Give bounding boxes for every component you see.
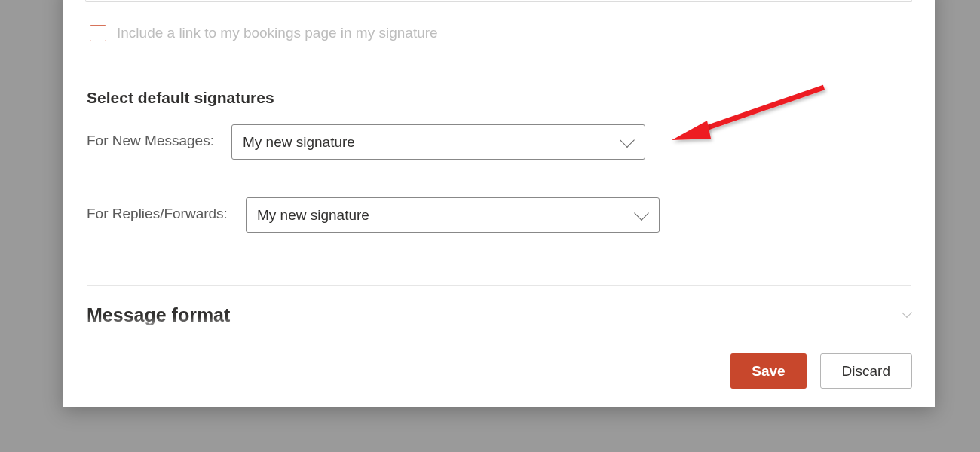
annotation-arrow bbox=[666, 81, 831, 149]
chevron-down-icon bbox=[634, 206, 649, 221]
svg-marker-1 bbox=[672, 121, 711, 140]
bookings-link-checkbox[interactable] bbox=[90, 25, 106, 41]
replies-forwards-row: For Replies/Forwards: bbox=[87, 206, 228, 222]
replies-forwards-value: My new signature bbox=[257, 207, 636, 224]
chevron-down-icon[interactable] bbox=[902, 307, 912, 318]
formatting-toolbar: A A B I U ✎ A ” bbox=[85, 0, 912, 2]
bookings-link-checkbox-row: Include a link to my bookings page in my… bbox=[90, 25, 438, 41]
replies-forwards-dropdown[interactable]: My new signature bbox=[246, 197, 660, 233]
chevron-down-icon bbox=[620, 133, 635, 148]
footer-bar: Save Discard bbox=[63, 335, 935, 407]
new-messages-row: For New Messages: bbox=[87, 133, 214, 149]
bookings-link-label: Include a link to my bookings page in my… bbox=[117, 25, 438, 41]
message-format-heading: Message format bbox=[87, 304, 230, 326]
svg-line-0 bbox=[697, 87, 824, 131]
new-messages-label: For New Messages: bbox=[87, 133, 214, 149]
settings-panel: A A B I U ✎ A ” Include a link to my boo… bbox=[63, 0, 935, 407]
section-divider bbox=[87, 285, 911, 286]
content-area: A A B I U ✎ A ” Include a link to my boo… bbox=[85, 0, 912, 335]
new-messages-value: My new signature bbox=[243, 134, 622, 151]
replies-forwards-label: For Replies/Forwards: bbox=[87, 206, 228, 222]
save-button[interactable]: Save bbox=[730, 353, 806, 389]
discard-button[interactable]: Discard bbox=[820, 353, 912, 389]
new-messages-dropdown[interactable]: My new signature bbox=[231, 124, 645, 160]
default-signatures-heading: Select default signatures bbox=[87, 89, 274, 107]
